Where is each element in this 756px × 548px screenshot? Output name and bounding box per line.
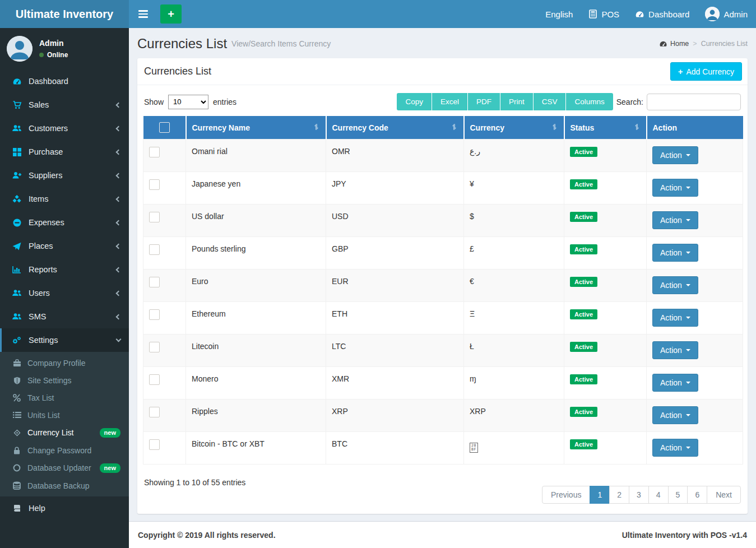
sidebar-item-customers[interactable]: Customers: [0, 117, 129, 140]
users-icon: [12, 124, 22, 132]
action-dropdown-button[interactable]: Action: [652, 276, 698, 294]
page-length-select[interactable]: 10: [168, 95, 208, 109]
status-badge: Active: [570, 374, 597, 384]
help-icon: [12, 504, 22, 512]
sidebar-item-purchase[interactable]: Purchase: [0, 140, 129, 164]
sidebar-toggle-button[interactable]: [137, 3, 155, 25]
column-header-currency[interactable]: Currency: [464, 116, 564, 140]
entries-label: entries: [213, 97, 236, 106]
row-checkbox[interactable]: [149, 277, 160, 287]
row-checkbox[interactable]: [149, 342, 160, 352]
sidebar-item-help[interactable]: Help: [0, 496, 129, 520]
caret-down-icon: [686, 382, 690, 384]
row-checkbox[interactable]: [149, 147, 160, 157]
sidebar-item-sms[interactable]: SMS: [0, 305, 129, 328]
sidebar-item-site-settings[interactable]: Site Settings: [0, 371, 129, 389]
sidebar-item-suppliers[interactable]: Suppliers: [0, 164, 129, 187]
pagination-previous[interactable]: Previous: [542, 486, 590, 504]
select-all-checkbox[interactable]: [159, 122, 170, 133]
pagination-page-1[interactable]: 1: [590, 486, 610, 504]
sidebar-item-database-updater[interactable]: Database Updaternew: [0, 459, 129, 477]
action-dropdown-button[interactable]: Action: [652, 309, 698, 327]
currency-symbol-cell: XRP: [464, 400, 564, 432]
sidebar-item-company-profile[interactable]: Company Profile: [0, 354, 129, 371]
action-cell: Action: [647, 400, 743, 432]
new-badge: new: [100, 463, 120, 473]
sidebar-item-database-backup[interactable]: Database Backup: [0, 477, 129, 494]
export-pdf-button[interactable]: PDF: [468, 93, 500, 110]
calculator-icon: [588, 10, 597, 18]
sidebar-item-users[interactable]: Users: [0, 281, 129, 305]
action-dropdown-button[interactable]: Action: [652, 244, 698, 262]
currency-name-cell: Monero: [186, 367, 326, 400]
action-dropdown-button[interactable]: Action: [652, 146, 698, 164]
app-logo[interactable]: Ultimate Inventory: [0, 0, 129, 28]
chevron-left-icon: [116, 173, 122, 178]
row-checkbox[interactable]: [149, 309, 160, 320]
status-cell: Active: [564, 335, 647, 367]
column-header-currency-name[interactable]: Currency Name: [186, 116, 326, 140]
sidebar-item-sales[interactable]: Sales: [0, 93, 129, 117]
panel-title: Currencies List: [144, 66, 741, 77]
search-input[interactable]: [647, 94, 741, 110]
action-dropdown-button[interactable]: Action: [652, 439, 698, 457]
export-print-button[interactable]: Print: [500, 93, 533, 110]
row-checkbox[interactable]: [149, 212, 160, 222]
sidebar-item-change-password[interactable]: Change Password: [0, 442, 129, 459]
action-dropdown-button[interactable]: Action: [652, 374, 698, 392]
sidebar-user-name: Admin: [39, 39, 68, 48]
action-dropdown-button[interactable]: Action: [652, 341, 698, 359]
nav-dashboard[interactable]: Dashboard: [635, 10, 689, 19]
sidebar-item-tax-list[interactable]: Tax List: [0, 389, 129, 406]
pagination-page-4[interactable]: 4: [648, 486, 669, 504]
pagination-page-3[interactable]: 3: [629, 486, 649, 504]
sidebar-item-places[interactable]: Places: [0, 234, 129, 258]
sidebar-item-items[interactable]: Items: [0, 187, 129, 211]
quick-add-button[interactable]: +: [160, 4, 182, 24]
nav-pos[interactable]: POS: [588, 10, 619, 19]
sidebar-item-dashboard[interactable]: Dashboard: [0, 69, 129, 93]
row-checkbox[interactable]: [149, 244, 160, 255]
action-dropdown-button[interactable]: Action: [652, 211, 698, 229]
table-row: RipplesXRPXRPActiveAction: [143, 400, 743, 432]
sidebar-item-settings[interactable]: Settings: [0, 328, 129, 352]
currency-symbol-cell: $: [464, 205, 564, 237]
row-checkbox[interactable]: [149, 179, 160, 190]
nav-language[interactable]: English: [545, 10, 573, 19]
add-currency-button[interactable]: + Add Currency: [670, 62, 742, 81]
pagination-page-2[interactable]: 2: [609, 486, 629, 504]
row-checkbox[interactable]: [149, 407, 160, 417]
breadcrumb-home[interactable]: Home: [659, 40, 689, 48]
export-csv-button[interactable]: CSV: [534, 93, 566, 110]
row-checkbox[interactable]: [149, 374, 160, 385]
table-row: Japanese yenJPY¥ActiveAction: [143, 172, 743, 205]
sidebar-user-status[interactable]: Online: [39, 51, 68, 59]
currency-symbol-cell: £: [464, 237, 564, 270]
export-copy-button[interactable]: Copy: [397, 93, 432, 110]
chevron-left-icon: [116, 243, 122, 249]
sidebar-item-currency-list[interactable]: Currency Listnew: [0, 424, 129, 442]
export-excel-button[interactable]: Excel: [432, 93, 467, 110]
breadcrumb-separator: >: [693, 40, 697, 48]
pagination-page-6[interactable]: 6: [687, 486, 707, 504]
currency-symbol-cell: 20BF: [464, 432, 564, 465]
column-header-status[interactable]: Status: [564, 116, 647, 140]
pagination-page-5[interactable]: 5: [668, 486, 688, 504]
row-checkbox[interactable]: [149, 439, 160, 450]
action-dropdown-button[interactable]: Action: [652, 406, 698, 424]
table-row: US dollarUSD$ActiveAction: [143, 205, 743, 237]
table-footer: Showing 1 to 10 of 55 entries Previous12…: [144, 472, 741, 504]
sidebar-item-expenses[interactable]: Expenses: [0, 211, 129, 234]
export-columns-button[interactable]: Columns: [566, 93, 613, 110]
column-header-currency-code[interactable]: Currency Code: [326, 116, 464, 140]
sidebar-item-reports[interactable]: Reports: [0, 258, 129, 281]
nav-user-menu[interactable]: Admin: [705, 7, 748, 21]
pagination-next[interactable]: Next: [707, 486, 741, 504]
action-dropdown-button[interactable]: Action: [652, 179, 698, 197]
status-badge: Active: [570, 277, 597, 287]
sidebar-item-units-list[interactable]: Units List: [0, 406, 129, 424]
export-button-group: CopyExcelPDFPrintCSVColumns: [397, 93, 613, 110]
grid-icon: [12, 148, 22, 156]
currency-code-cell: JPY: [326, 172, 464, 205]
content-header: Currencies List View/Search Items Curren…: [129, 28, 756, 57]
